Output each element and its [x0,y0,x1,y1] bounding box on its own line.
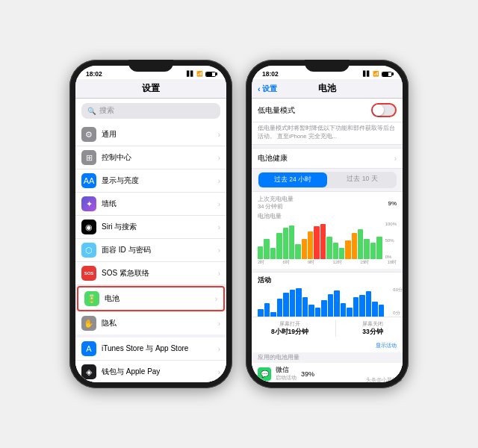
back-button[interactable]: ‹ 设置 [258,84,277,94]
row-general[interactable]: ⚙ 通用 › [75,123,226,146]
battery-health-row[interactable]: 电池健康 › [252,148,403,169]
bar-15 [352,233,357,259]
act-bar-18 [372,302,378,317]
screen-off-label: 屏幕关闭 [362,320,383,328]
notch-right [305,60,350,72]
bar-13 [339,248,344,259]
back-chevron-icon: ‹ [258,84,261,93]
main-container: 18:02 ▋▋ 📶 设置 🔍 搜索 [55,45,423,403]
x-time-labels: 2时 6时 9时 12时 15时 18时 [258,260,397,265]
bar-19 [376,237,382,259]
bar-2 [270,248,276,259]
row-itunes[interactable]: A iTunes Store 与 App Store › [75,337,226,361]
battery-icon-right [382,72,392,77]
bar-16 [358,229,363,259]
y-label-100: 100% [385,222,397,226]
act-y-60: 60分 [393,287,403,293]
act-bar-19 [379,305,385,317]
nav-bar-left: 设置 [75,79,226,99]
act-bar-4 [283,293,289,317]
charge-info: 上次充电电量 34 分钟前 9% [258,196,397,211]
low-power-toggle[interactable] [371,103,397,117]
tab-10d[interactable]: 过去 10 天 [328,172,397,188]
wifi-icon-r: 📶 [373,71,379,77]
bar-5 [289,225,294,259]
activity-title: 活动 [252,273,403,287]
screen-on-label: 屏幕打开 [271,320,308,328]
x-label-2: 9时 [308,260,314,265]
label-faceid: 面容 ID 与密码 [102,245,213,255]
act-bar-16 [359,295,365,317]
chevron-control: › [218,154,220,162]
row-sos[interactable]: SOS SOS 紧急联络 › [75,262,226,285]
x-label-0: 2时 [258,260,264,265]
signal-icon-r: ▋▋ [363,71,370,77]
bar-12 [333,243,338,260]
row-battery[interactable]: 🔋 电池 › [77,286,225,311]
icon-battery: 🔋 [84,291,99,306]
wechat-name: 微信 [276,366,297,375]
bar-7 [302,239,307,260]
search-icon: 🔍 [87,107,96,115]
divider [335,320,336,337]
icon-faceid: ⬡ [81,243,96,258]
screen-on-value: 8小时19分钟 [271,328,308,337]
y-label-50: 50% [385,238,397,243]
icon-wallpaper: ✦ [81,196,96,211]
row-wallpaper[interactable]: ✦ 墙纸 › [75,193,226,216]
act-bar-5 [290,290,296,317]
activity-chart-wrapper: 60分 0分 [252,287,403,317]
act-bar-2 [270,312,276,317]
row-display[interactable]: AA 显示与亮度 › [75,169,226,193]
low-power-desc: 低电量模式时将暂时降低以下功能和部件获取等后台活动。 直至iPhone 完全充电… [252,122,403,145]
act-bar-17 [366,291,372,317]
act-bar-9 [315,308,321,317]
act-bar-0 [258,309,264,317]
wechat-info: 微信 启动活动 [276,366,297,382]
act-y-labels: 60分 0分 [391,287,403,317]
time-tabs: 过去 24 小时 过去 10 天 [258,172,397,188]
charge-label: 上次充电电量 [258,196,294,203]
bar-17 [364,239,369,260]
bar-11 [326,237,332,259]
screen-left: 18:02 ▋▋ 📶 设置 🔍 搜索 [75,66,226,382]
y-label-0: 0% [385,255,397,259]
act-bar-10 [321,300,327,317]
row-privacy[interactable]: ✋ 隐私 › [75,312,226,335]
row-faceid[interactable]: ⬡ 面容 ID 与密码 › [75,239,226,262]
icon-privacy: ✋ [81,316,96,331]
chevron-health: › [394,155,397,163]
bar-3 [276,233,282,259]
row-siri[interactable]: ◉ Siri 与搜索 › [75,216,226,239]
settings-group-1: ⚙ 通用 › ⊞ 控制中心 › AA 显示与亮度 › [75,123,226,335]
battery-icon-left [205,72,216,77]
row-wallet[interactable]: ◈ 钱包与 Apple Pay › [75,361,226,382]
chevron-battery: › [215,295,217,303]
label-siri: Siri 与搜索 [102,222,213,232]
battery-chart-wrapper: 100% 50% 0% [258,222,397,259]
screen-right: 18:02 ▋▋ 📶 ‹ 设置 电池 低电量模式 [252,66,403,382]
row-control-center[interactable]: ⊞ 控制中心 › [75,146,226,169]
wifi-icon: 📶 [196,71,203,77]
label-control: 控制中心 [102,152,213,163]
act-bar-15 [353,297,359,317]
bar-chart-y-labels: 100% 50% 0% [384,222,397,259]
nav-bar-right: ‹ 设置 电池 [252,79,403,99]
activity-chart [252,287,390,317]
icon-wallet: ◈ [81,364,96,379]
low-power-label: 低电量模式 [258,105,295,116]
x-label-5: 18时 [388,260,397,265]
search-bar[interactable]: 🔍 搜索 [81,103,220,119]
status-icons-left: ▋▋ 📶 [187,71,216,77]
watermark: 头条@小晨知事 [366,376,403,384]
bar-10 [320,224,326,260]
icon-display: AA [81,173,96,188]
label-battery: 电池 [105,293,210,304]
x-label-4: 15时 [360,260,369,265]
screen-time-row: 屏幕打开 8小时19分钟 屏幕关闭 33分钟 [252,317,403,340]
show-activity-link[interactable]: 显示活动 [252,340,403,352]
settings-list: ⚙ 通用 › ⊞ 控制中心 › AA 显示与亮度 › [75,123,226,382]
act-bar-11 [328,294,334,317]
nav-title-left: 设置 [142,83,160,93]
tab-24h[interactable]: 过去 24 小时 [258,172,327,187]
